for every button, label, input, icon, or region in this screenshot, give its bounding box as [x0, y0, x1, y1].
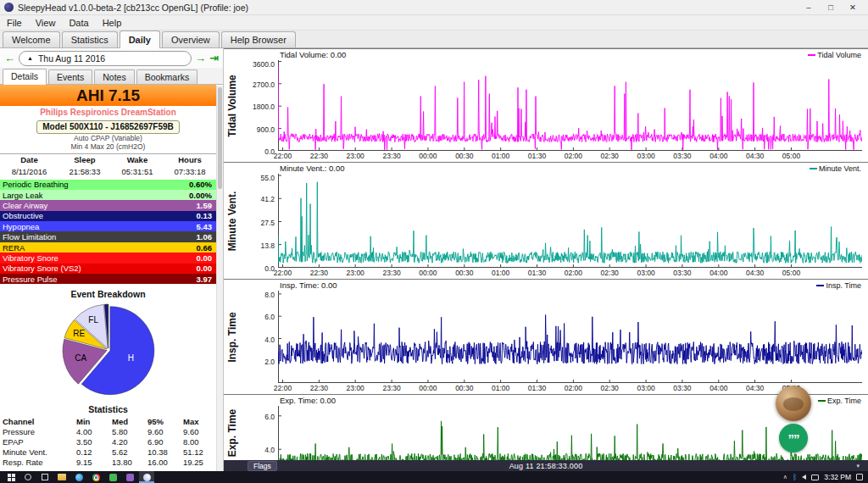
event-label: Large Leak: [0, 191, 189, 200]
event-row-pressure-pulse[interactable]: Pressure Pulse3.97: [0, 274, 216, 284]
x-tick-label: 03:00: [637, 152, 654, 160]
chart-legend[interactable]: Exp. Time: [818, 397, 861, 405]
y-tick-label: 2.0: [264, 358, 275, 366]
detail-tab-bookmarks[interactable]: Bookmarks: [136, 69, 198, 84]
event-row-flow-limitation[interactable]: Flow Limitation1.06: [0, 231, 216, 242]
taskbar-app-green-app[interactable]: [105, 471, 120, 483]
flags-pill[interactable]: Flags: [248, 461, 277, 471]
plot-area[interactable]: [278, 406, 862, 460]
maximize-button[interactable]: □: [820, 0, 842, 14]
system-tray: ∧ ᛒ 3:32 PM: [783, 473, 863, 481]
y-tick-label: 41.2: [260, 195, 275, 203]
next-day-button[interactable]: →: [195, 53, 206, 64]
recorder-quote-button[interactable]: ””: [779, 424, 808, 452]
tab-welcome[interactable]: Welcome: [3, 31, 60, 47]
event-row-large-leak[interactable]: Large Leak0.00%: [0, 190, 216, 200]
taskbar-app-chrome-browser[interactable]: [88, 471, 103, 483]
stats-col-max: Max: [181, 416, 216, 426]
x-tick-label: 22:30: [310, 384, 328, 392]
event-row-hypopnea[interactable]: Hypopnea5.43: [0, 221, 216, 231]
sidebar-scrollbar[interactable]: [216, 86, 223, 471]
plot-area[interactable]: [278, 174, 862, 268]
taskbar-apps: [54, 471, 154, 483]
taskbar-app-file-explorer[interactable]: [54, 471, 70, 483]
x-tick-label: 02:00: [565, 269, 582, 277]
green-app-icon: [109, 474, 117, 481]
pie-slice-label: RE: [73, 330, 85, 339]
stats-value: 9.60: [181, 426, 216, 436]
x-tick-label: 01:30: [528, 152, 546, 160]
detail-tab-details[interactable]: Details: [3, 69, 47, 85]
detail-tab-notes[interactable]: Notes: [94, 69, 134, 84]
tab-overview[interactable]: Overview: [162, 31, 220, 47]
event-row-rera[interactable]: RERA0.66: [0, 242, 216, 253]
taskbar-app-purple-app[interactable]: [122, 471, 137, 483]
cortana-search-button[interactable]: [20, 471, 36, 483]
taskbar-app-sleepyhead[interactable]: [139, 471, 154, 483]
main-tab-bar: WelcomeStatisticsDailyOverviewHelp Brows…: [0, 31, 868, 48]
x-tick-label: 02:00: [565, 384, 582, 392]
chart-legend[interactable]: Insp. Time: [816, 281, 861, 290]
tab-daily[interactable]: Daily: [120, 31, 160, 48]
latest-day-button[interactable]: ⇥: [209, 53, 219, 64]
event-label: Vibratory Snore (VS2): [0, 264, 197, 273]
plot-area[interactable]: [278, 291, 862, 383]
pressure-settings: Min 4 Max 20 (cmH2O): [0, 142, 216, 151]
window-title: SleepyHead v1.0.0-beta-2 [cb213cc OpenGL…: [18, 3, 248, 13]
menu-file[interactable]: File: [0, 18, 29, 28]
cortana-icon: [25, 474, 31, 480]
x-tick-label: 22:00: [274, 152, 292, 160]
event-row-clear-airway[interactable]: Clear Airway1.59: [0, 200, 216, 210]
event-row-periodic-breathing[interactable]: Periodic Breathing0.60%: [0, 180, 216, 190]
chart-header: Minute Vent.: 0.00Minute Vent.: [224, 163, 868, 174]
graph-menu-icon[interactable]: ▾: [856, 463, 860, 469]
close-button[interactable]: ✕: [842, 0, 864, 14]
event-label: Clear Airway: [0, 201, 197, 210]
stats-col-min: Min: [74, 416, 109, 426]
menu-data[interactable]: Data: [62, 18, 95, 28]
title-bar[interactable]: SleepyHead v1.0.0-beta-2 [cb213cc OpenGL…: [0, 0, 868, 15]
purple-app-icon: [126, 474, 134, 481]
chart-title: Minute Vent.: 0.00: [280, 164, 345, 173]
ahi-banner: AHI 7.15: [0, 85, 216, 106]
x-tick-label: 00:30: [455, 384, 473, 392]
scrollbar-thumb[interactable]: [218, 87, 222, 189]
event-row-vibratory-snore[interactable]: Vibratory Snore0.00: [0, 253, 216, 263]
event-value: 0.60%: [189, 180, 216, 189]
graph-area: Tidal Volume: 0.00Tidal VolumeTidal Volu…: [224, 48, 868, 471]
y-axis-label: Minute Vent.: [224, 174, 241, 268]
event-row-obstructive[interactable]: Obstructive0.13: [0, 211, 216, 221]
taskbar-app-edge-browser[interactable]: [71, 471, 86, 483]
x-tick-label: 00:00: [419, 152, 437, 160]
tray-chevron-icon[interactable]: ∧: [783, 474, 787, 480]
speaker-icon[interactable]: [802, 475, 806, 480]
event-label: Periodic Breathing: [0, 180, 189, 189]
minimize-button[interactable]: –: [798, 0, 820, 14]
network-icon[interactable]: [811, 475, 819, 480]
plot-area[interactable]: [278, 60, 862, 151]
x-tick-label: 01:00: [492, 384, 509, 392]
date-picker[interactable]: ▲ Thu Aug 11 2016: [19, 51, 192, 66]
menu-view[interactable]: View: [29, 18, 63, 28]
event-value: 0.00: [197, 264, 217, 273]
tab-help-browser[interactable]: Help Browser: [221, 31, 296, 47]
action-center-icon[interactable]: [856, 474, 863, 480]
stats-value: Pressure: [0, 426, 74, 436]
event-row-vibratory-snore-vs2[interactable]: Vibratory Snore (VS2)0.00: [0, 264, 216, 274]
prev-day-button[interactable]: ←: [4, 53, 15, 64]
tab-statistics[interactable]: Statistics: [62, 31, 118, 47]
menu-help[interactable]: Help: [96, 18, 129, 28]
chart-legend[interactable]: Minute Vent.: [810, 164, 861, 173]
event-label: RERA: [0, 243, 197, 253]
detail-tab-events[interactable]: Events: [48, 69, 92, 84]
y-tick-label: 1800.0: [253, 103, 275, 111]
pie-slice-label: CA: [75, 354, 86, 364]
chart-legend[interactable]: Tidal Volume: [808, 51, 861, 59]
event-value: 1.59: [197, 201, 217, 210]
chart-title: Exp. Time: 0.00: [280, 396, 336, 405]
bluetooth-icon[interactable]: ᛒ: [793, 474, 797, 481]
taskbar-clock[interactable]: 3:32 PM: [824, 473, 851, 481]
start-button[interactable]: [3, 471, 19, 483]
y-axis-label: Insp. Time: [224, 291, 241, 383]
task-view-button[interactable]: [37, 471, 53, 483]
